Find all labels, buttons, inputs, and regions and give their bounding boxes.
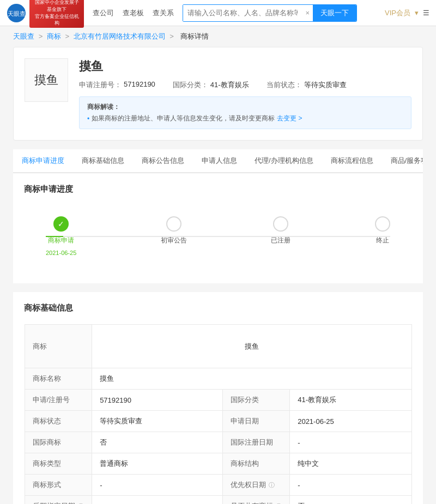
trademark-image-cell: 摸鱼 — [92, 325, 411, 368]
breadcrumb-company[interactable]: 北京有竹居网络技术有限公司 — [74, 32, 166, 40]
progress-line: ✓ 商标申请 2021-06-25 初审公告 已注册 — [46, 216, 390, 256]
tabs: 商标申请进度 商标基础信息 商标公告信息 申请人信息 代理/办理机构信息 商标流… — [13, 149, 423, 173]
value-name: 摸鱼 — [92, 368, 411, 390]
node-date-0: 2021-06-25 — [46, 250, 76, 256]
label-intlregdate: 国际注册日期 — [222, 432, 290, 453]
progress-nodes: ✓ 商标申请 2021-06-25 初审公告 已注册 — [46, 216, 390, 256]
value-laterdate: - — [92, 496, 222, 505]
value-priority: - — [290, 475, 411, 496]
tab-basic[interactable]: 商标基础信息 — [73, 149, 133, 173]
search-clear-icon[interactable]: × — [302, 9, 313, 17]
nav-boss[interactable]: 查老板 — [123, 8, 144, 18]
table-row-type: 商标类型 普通商标 商标结构 纯中文 — [25, 453, 411, 475]
table-row-laterdate: 后期指定日期 ⓘ - 是否共有商标 ⓘ 否 — [25, 496, 411, 505]
node-label-0: 商标申请 — [48, 236, 74, 245]
brand-meta: 申请注册号： 57192190 国际分类： 41-教育娱乐 当前状态： 等待实质… — [79, 80, 411, 90]
value-intlregdate: - — [290, 432, 411, 453]
progress-node-2: 已注册 — [271, 216, 290, 256]
label-intlclass: 国际分类 — [222, 390, 290, 411]
vip-chevron-icon: ▾ — [415, 9, 419, 17]
node-circle-3 — [375, 216, 390, 232]
table-row-form: 商标形式 - 优先权日期 ⓘ - — [25, 475, 411, 496]
brand-info: 摸鱼 申请注册号： 57192190 国际分类： 41-教育娱乐 当前状态： 等… — [79, 58, 411, 129]
label-name: 商标名称 — [25, 368, 92, 390]
tab-goods[interactable]: 商品/服务项目 — [382, 149, 423, 173]
notice-item: • 如果商标的注册地址、申请人等信息发生变化，请及时变更商标 去变更 > — [87, 114, 403, 123]
basic-info-section: 商标基础信息 商标 摸鱼 商标名称 摸鱼 申请/注册号 57192190 国际分… — [13, 292, 423, 504]
label-laterdate: 后期指定日期 ⓘ — [25, 496, 92, 505]
table-row-status: 商标状态 等待实质审查 申请日期 2021-06-25 — [25, 411, 411, 432]
progress-section-title: 商标申请进度 — [24, 184, 412, 195]
search-bar: × 天眼一下 — [183, 4, 357, 22]
notice-link[interactable]: 去变更 > — [277, 114, 302, 123]
header: 天眼查 国家中小企业发展子基金旗下 官方备案企业征信机构 查公司 查老板 查关系… — [0, 0, 436, 26]
progress-node-3: 终止 — [375, 216, 390, 256]
tab-flow[interactable]: 商标流程信息 — [322, 149, 382, 173]
breadcrumb-sep2: > — [65, 32, 71, 40]
value-regno: 57192190 — [92, 390, 222, 411]
search-button[interactable]: 天眼一下 — [313, 5, 356, 21]
node-label-3: 终止 — [376, 236, 389, 245]
notice-title: 商标解读： — [87, 102, 403, 112]
value-status: 等待实质审查 — [92, 411, 222, 432]
label-priority: 优先权日期 ⓘ — [222, 475, 290, 496]
breadcrumb-trademark[interactable]: 商标 — [47, 32, 61, 40]
priority-question-icon: ⓘ — [269, 482, 275, 488]
brand-name: 摸鱼 — [79, 58, 411, 75]
nav-relation[interactable]: 查关系 — [153, 8, 174, 18]
brand-reg-no: 申请注册号： 57192190 — [79, 80, 155, 90]
progress-node-1: 初审公告 — [161, 216, 187, 256]
table-row-trademark-img: 商标 摸鱼 — [25, 325, 411, 368]
label-trademark: 商标 — [25, 325, 92, 368]
breadcrumb-current: 商标详情 — [180, 32, 209, 40]
breadcrumb-home[interactable]: 天眼查 — [13, 32, 34, 40]
node-label-1: 初审公告 — [161, 236, 187, 245]
logo-icon: 天眼查 — [7, 3, 26, 23]
tab-agent[interactable]: 代理/办理机构信息 — [246, 149, 322, 173]
table-row-intltm: 国际商标 否 国际注册日期 - — [25, 432, 411, 453]
node-circle-0: ✓ — [53, 216, 69, 232]
node-circle-1 — [166, 216, 181, 232]
label-applydate: 申请日期 — [222, 411, 290, 432]
brand-logo-text: 摸鱼 — [34, 72, 58, 88]
check-icon-0: ✓ — [58, 220, 64, 228]
info-table: 商标 摸鱼 商标名称 摸鱼 申请/注册号 57192190 国际分类 41-教育… — [24, 324, 412, 504]
brand-card: 摸鱼 摸鱼 申请注册号： 57192190 国际分类： 41-教育娱乐 当前状态… — [13, 47, 423, 141]
value-applydate: 2021-06-25 — [290, 411, 411, 432]
notice-bullet: • — [87, 115, 89, 123]
value-intltm: 否 — [92, 432, 222, 453]
nav-company[interactable]: 查公司 — [93, 8, 114, 18]
table-row-name: 商标名称 摸鱼 — [25, 368, 411, 390]
tab-progress[interactable]: 商标申请进度 — [13, 149, 73, 173]
table-row-regno: 申请/注册号 57192190 国际分类 41-教育娱乐 — [25, 390, 411, 411]
search-input[interactable] — [183, 5, 302, 21]
tab-applicant[interactable]: 申请人信息 — [193, 149, 246, 173]
vip-label: VIP会员 — [385, 8, 410, 18]
vip-area[interactable]: VIP会员 ▾ ☰ — [385, 8, 429, 18]
label-intltm: 国际商标 — [25, 432, 92, 453]
progress-node-0: ✓ 商标申请 2021-06-25 — [46, 216, 76, 256]
main-content: 摸鱼 摸鱼 申请注册号： 57192190 国际分类： 41-教育娱乐 当前状态… — [0, 47, 436, 504]
value-form: - — [92, 475, 222, 496]
label-structure: 商标结构 — [222, 453, 290, 475]
value-intlclass: 41-教育娱乐 — [290, 390, 411, 411]
value-shared: 否 — [290, 496, 411, 505]
label-type: 商标类型 — [25, 453, 92, 475]
breadcrumb-sep3: > — [169, 32, 175, 40]
brand-status: 当前状态： 等待实质审查 — [267, 80, 347, 90]
header-nav: 查公司 查老板 查关系 — [93, 8, 174, 18]
node-circle-2 — [273, 216, 288, 232]
node-label-2: 已注册 — [271, 236, 290, 245]
basic-info-title: 商标基础信息 — [24, 303, 412, 313]
header-menu-icon: ☰ — [423, 9, 429, 17]
brand-intl-class: 国际分类： 41-教育娱乐 — [173, 80, 249, 90]
breadcrumb-sep1: > — [39, 32, 45, 40]
tab-announcement[interactable]: 商标公告信息 — [133, 149, 193, 173]
logo-area: 天眼查 国家中小企业发展子基金旗下 官方备案企业征信机构 — [7, 0, 84, 28]
label-shared: 是否共有商标 ⓘ — [222, 496, 290, 505]
label-regno: 申请/注册号 — [25, 390, 92, 411]
brand-logo: 摸鱼 — [25, 58, 68, 102]
label-form: 商标形式 — [25, 475, 92, 496]
notice-text: 如果商标的注册地址、申请人等信息发生变化，请及时变更商标 — [92, 114, 275, 123]
value-structure: 纯中文 — [290, 453, 411, 475]
